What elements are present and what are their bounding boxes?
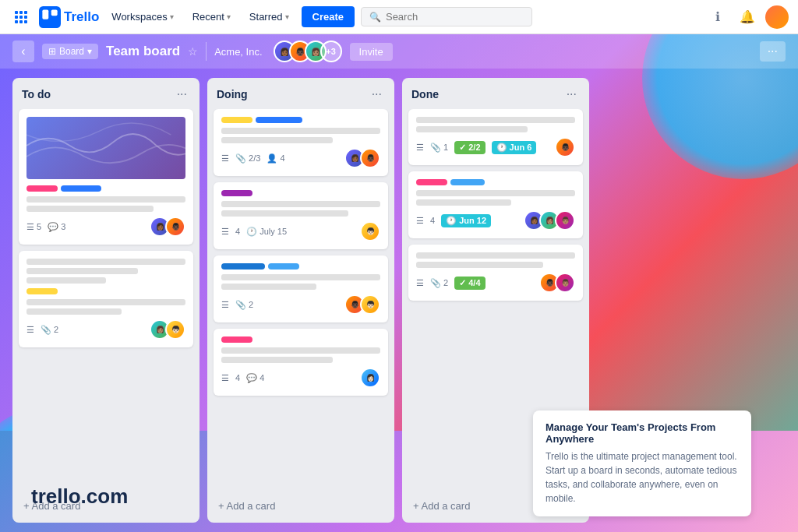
meta-icon: ☰	[221, 300, 229, 310]
search-icon: 🔍	[369, 12, 381, 23]
card-tags	[416, 179, 575, 185]
card-avatars: 👨🏿	[555, 137, 575, 157]
card-meta: ☰ 📎 2/3 👤 4	[221, 153, 285, 164]
card-done-2[interactable]: ☰ 4 🕐 Jun 12 👩🏾 👩🏽 👨🏽	[408, 171, 583, 238]
card-avatars: 👩🏻	[360, 368, 380, 388]
meta-icon: ☰	[26, 325, 34, 335]
extra-members-count[interactable]: +3	[320, 41, 342, 62]
sidebar-toggle-button[interactable]: ‹	[12, 41, 34, 62]
svg-rect-2	[51, 9, 58, 16]
column-title-done: Done	[411, 88, 439, 100]
info-card-text: Trello is the ultimate project managemen…	[546, 449, 739, 506]
add-card-button-doing[interactable]: + Add a card	[210, 494, 391, 518]
card-footer: ☰ 5 💬 3 👩🏾 👨🏿	[26, 217, 185, 237]
card-avatar: 👨🏿	[165, 217, 185, 237]
workspaces-menu[interactable]: Workspaces ▾	[105, 8, 179, 26]
card-avatar: 👨🏽	[555, 273, 575, 293]
board-title: Team board	[106, 44, 180, 59]
card-text	[416, 190, 575, 206]
card-avatars: 👩🏽 👦🏻	[150, 319, 185, 340]
card-avatars: 👩🏾 👨🏿	[344, 148, 380, 168]
card-meta: ☰ 4 🕐 Jun 12	[416, 214, 491, 227]
info-card-title: Manage Your Team's Projects From Anywher…	[546, 421, 739, 445]
trello-logo[interactable]: Trello	[39, 6, 99, 28]
card-avatars: 👨🏿 👨🏽	[539, 273, 575, 293]
starred-menu[interactable]: Starred ▾	[243, 8, 295, 26]
card-doing-3[interactable]: ☰ 📎 2 👨🏿 👦🏻	[214, 255, 388, 322]
tag-lightblue	[268, 263, 299, 270]
card-avatars: 👩🏾 👨🏿	[150, 217, 185, 237]
user-avatar[interactable]	[765, 5, 789, 29]
star-button[interactable]: ☆	[188, 45, 198, 58]
column-menu-button-done[interactable]: ···	[563, 86, 580, 103]
meta-comments: 💬 3	[48, 222, 65, 232]
card-footer: ☰ 📎 2 ✓ 4/4 👨🏿 👨🏽	[416, 273, 575, 293]
recent-menu[interactable]: Recent ▾	[186, 8, 237, 26]
svg-rect-0	[39, 6, 61, 28]
card-meta: ☰ 4 💬 4	[221, 373, 264, 383]
card-todo-2[interactable]: ☰ 📎 2 👩🏽 👦🏻	[19, 251, 193, 347]
column-header-done: Done ···	[402, 78, 589, 109]
invite-button[interactable]: Invite	[350, 43, 393, 61]
column-menu-button-doing[interactable]: ···	[369, 86, 385, 103]
meta-icon: ☰	[221, 153, 229, 164]
meta-checklist: 📎 2/3	[235, 153, 260, 164]
search-input[interactable]	[386, 11, 524, 23]
card-done-1[interactable]: ☰ 📎 1 ✓ 2/2 🕐 Jun 6 👨🏿	[408, 109, 583, 165]
meta-icon: ☰	[416, 143, 424, 153]
meta-count: 4	[235, 373, 240, 382]
badge-date: 🕐 Jun 6	[492, 141, 537, 154]
cards-doing: ☰ 📎 2/3 👤 4 👩🏾 👨🏿	[207, 109, 394, 492]
header-divider	[206, 42, 207, 61]
meta-attachments: 📎 2	[235, 300, 253, 310]
meta-attachments: 📎 1	[430, 143, 448, 153]
card-todo-1[interactable]: ☰ 5 💬 3 👩🏾 👨🏿	[19, 109, 193, 245]
tag-blue	[450, 179, 485, 185]
card-footer: ☰ 📎 1 ✓ 2/2 🕐 Jun 6 👨🏿	[416, 137, 575, 157]
card-doing-2[interactable]: ☰ 4 🕐 July 15 👦🏻	[214, 182, 388, 249]
workspace-name[interactable]: Acme, Inc.	[214, 46, 262, 58]
column-menu-button-todo[interactable]: ···	[174, 86, 190, 103]
board-header: ‹ ⊞ Board ▾ Team board ☆ Acme, Inc. 👩🏾 👨…	[0, 34, 798, 69]
card-avatar: 👦🏻	[360, 221, 380, 241]
tag-pink	[416, 179, 447, 185]
card-done-3[interactable]: ☰ 📎 2 ✓ 4/4 👨🏿 👨🏽	[408, 245, 583, 301]
card-avatars: 👩🏾 👩🏽 👨🏽	[524, 210, 575, 231]
card-tags	[221, 263, 380, 270]
grid-menu-button[interactable]	[9, 5, 33, 29]
board-type-badge[interactable]: ⊞ Board ▾	[42, 44, 98, 59]
notifications-button[interactable]: 🔔	[736, 5, 759, 29]
card-footer: ☰ 📎 2 👩🏽 👦🏻	[26, 319, 185, 340]
meta-icon: ☰	[221, 227, 229, 237]
tag-yellow	[221, 117, 252, 123]
info-button[interactable]: ℹ	[706, 5, 729, 29]
card-text	[416, 117, 575, 132]
chevron-down-icon: ▾	[170, 12, 174, 21]
tag-blue	[256, 117, 302, 123]
card-doing-4[interactable]: ☰ 4 💬 4 👩🏻	[214, 329, 388, 396]
card-tags	[221, 336, 380, 343]
card-text	[221, 347, 380, 363]
meta-count: 4	[430, 216, 435, 225]
column-doing: Doing ··· ☰	[207, 78, 394, 523]
tag-pink	[221, 336, 252, 343]
meta-date: 🕐 July 15	[246, 227, 287, 237]
svg-rect-1	[42, 9, 48, 19]
card-avatar: 👨🏽	[555, 210, 575, 231]
card-meta: ☰ 📎 2	[26, 325, 58, 335]
create-button[interactable]: Create	[302, 6, 355, 27]
card-footer: ☰ 4 💬 4 👩🏻	[221, 368, 380, 388]
card-meta: ☰ 📎 1 ✓ 2/2 🕐 Jun 6	[416, 141, 536, 154]
card-meta: ☰ 📎 2 ✓ 4/4	[416, 277, 486, 290]
meta-attachments: 📎 2	[41, 325, 58, 335]
meta-icon: ☰	[416, 216, 424, 226]
card-tags	[221, 117, 380, 123]
card-avatar: 👨🏿	[555, 137, 575, 157]
more-options-button[interactable]: ···	[760, 41, 786, 62]
card-tags	[221, 190, 380, 196]
card-text	[26, 196, 185, 212]
card-footer: ☰ 📎 2 👨🏿 👦🏻	[221, 294, 380, 315]
member-avatars: 👩🏾 👨🏿 👩🏽 +3	[274, 41, 342, 62]
card-doing-1[interactable]: ☰ 📎 2/3 👤 4 👩🏾 👨🏿	[214, 109, 388, 176]
meta-attachments: 📎 2	[430, 278, 448, 288]
